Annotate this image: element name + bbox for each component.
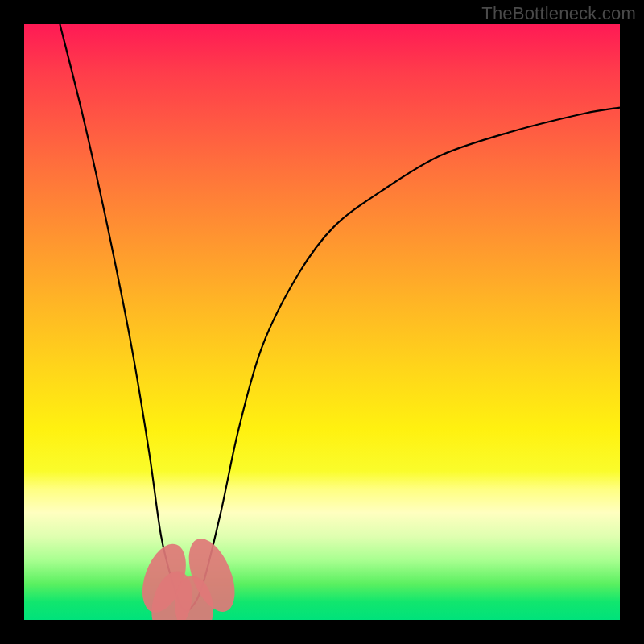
- watermark-text: TheBottleneck.com: [481, 3, 636, 24]
- bottleneck-curve-line: [60, 24, 620, 611]
- curve-marker-1: [145, 567, 199, 620]
- bottleneck-curve-svg: [24, 24, 620, 620]
- plot-area: [24, 24, 620, 620]
- curve-marker-0: [134, 538, 194, 618]
- chart-frame: TheBottleneck.com: [0, 0, 644, 644]
- curve-markers: [134, 532, 244, 620]
- curve-marker-3: [180, 532, 244, 618]
- curve-marker-2: [172, 574, 216, 620]
